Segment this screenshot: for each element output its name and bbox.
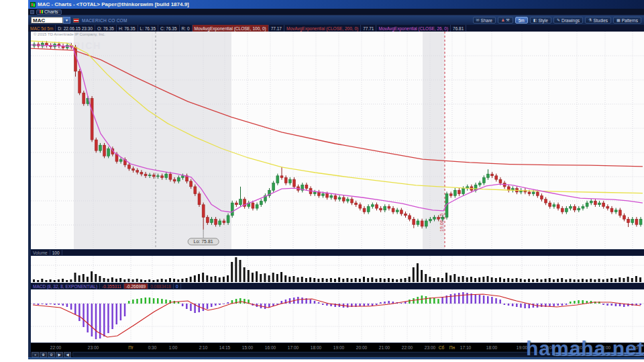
macd-label-strip: MACD (8, 32, 8, EXPONENTIAL)-0.355311-0.… [31,283,644,289]
time-axis-label: 2:10 [193,345,213,350]
time-axis-label: 20:00 [352,345,372,350]
cursor-button[interactable]: ▶ [56,352,63,357]
macd-strip-segment: -0.266989 [124,283,148,289]
time-axis-label: 17:00 [283,345,303,350]
price-chart[interactable]: © 2015 TD Ameritrade IP Company, Inc.MAC… [31,32,644,249]
app-icon [30,2,36,7]
chart-tab-icon [40,10,43,13]
time-axis-label: 17:10 [455,345,476,350]
style-icon: ◧ [533,18,537,22]
window-title-bar[interactable]: MAC - Charts - <TOTAL> Paper@thinkorswim… [28,0,644,9]
svg-text:© 2015 TD Ameritrade IP Compan: © 2015 TD Ameritrade IP Company, Inc. [34,32,105,36]
quote-strip-segment: MAC 5d 5m [28,25,56,32]
chart-toolbar: ▼ MACERICH CO COM ✉ Share ♟ ⚒ 5m ◧ Style… [28,15,644,25]
pan-button[interactable]: + [32,352,39,357]
macd-strip-segment: 0 [174,283,181,289]
pencil-icon: ✎ [557,18,560,22]
zoom-out-button[interactable]: ⊖ [48,352,55,357]
quote-strip-segment: MovAvgExponential (CLOSE, 200, 0) [284,25,361,32]
gadget-grid-icon[interactable] [30,10,34,14]
volume-chart[interactable] [31,256,644,283]
quote-strip-segment: MovAvgExponential (CLOSE, 100, 0) [193,25,269,32]
time-axis-label: 23:00 [83,345,103,350]
time-axis-label: 22:00 [46,345,66,350]
quote-strip-segment: 77.71 [361,25,376,32]
svg-text:19.06.15: 19.06.15 [439,214,444,232]
quote-strip-segment: 76.81 [451,25,466,32]
quote-strip-segment: MovAvgExponential (CLOSE, 26, 0) [376,25,451,32]
quote-strip-segment: O: 76.35 [95,25,117,32]
svg-text:Lo: 75.81: Lo: 75.81 [194,239,213,244]
company-name: MACERICH CO COM [82,18,127,23]
quote-strip-segment: 77.17 [269,25,284,32]
time-axis-label: 21:00 [374,345,394,350]
quote-study-strip: MAC 5d 5mD: 22.06.15 23:30O: 76.35H: 76.… [28,25,644,32]
style-button[interactable]: ◧ Style [530,17,551,24]
symbol-input[interactable] [31,17,63,24]
quote-strip-segment: D: 22.06.15 23:30 [56,25,95,32]
patterns-button[interactable]: ▦ Patterns [613,17,641,24]
interval-button[interactable]: 5m [515,17,528,24]
time-axis-label: 15:00 [237,345,258,350]
time-axis-label: 14:15 [215,345,235,350]
time-axis-label: 19:00 [329,345,349,350]
time-axis-label: 18:00 [482,345,502,350]
price-chart-panel[interactable]: © 2015 TD Ameritrade IP Company, Inc.MAC… [31,32,644,249]
exchange-flag-icon [73,18,79,23]
volume-label-strip: Volume 100 [31,249,644,256]
macd-strip-segment: MACD (8, 32, 8, EXPONENTIAL) [31,283,100,289]
time-axis-label: 16:00 [260,345,280,350]
volume-panel[interactable] [31,256,644,283]
zoom-in-button[interactable]: ⊕ [40,352,47,357]
macd-chart[interactable] [31,289,644,343]
tools-button[interactable]: ♟ ⚒ [498,17,513,24]
quote-strip-segment: L: 76.35 [138,25,159,32]
share-button[interactable]: ✉ Share [473,17,496,24]
envelope-icon: ✉ [476,18,480,22]
window-title: MAC - Charts - <TOTAL> Paper@thinkorswim… [38,1,189,7]
patterns-icon: ▦ [616,18,621,22]
quote-strip-segment: H: 76.35 [117,25,138,32]
quote-strip-segment: R: 0 [180,25,193,32]
flask-icon: ⚗ [588,18,592,22]
time-axis-day-label: Пт [121,345,141,350]
time-axis-label: 18:00 [306,345,326,350]
tab-charts[interactable]: Charts [36,9,62,15]
site-watermark: hamaha.net [526,337,644,360]
collapse-button[interactable]: ◀ [64,352,71,357]
person-icon: ♟ [501,18,504,22]
symbol-dropdown-button[interactable]: ▼ [63,17,70,24]
wrench-icon: ⚒ [506,18,509,22]
tab-row: Charts [28,9,644,15]
time-axis-label: 0:30 [142,345,162,350]
tab-charts-label: Charts [44,9,58,14]
volume-period-value: 100 [50,250,62,255]
macd-panel[interactable] [31,289,644,343]
chart-nav-buttons: +⊕⊖▶◀ [31,352,71,357]
time-axis-label: 22:00 [397,345,417,350]
macd-strip-segment: 0.0883418 [148,283,174,289]
volume-label: Volume [31,250,50,255]
studies-button[interactable]: ⚗ Studies [585,17,611,24]
drawings-button[interactable]: ✎ Drawings [553,17,583,24]
macd-strip-segment: -0.355311 [100,283,124,289]
time-axis-label: 1:00 [163,345,183,350]
quote-strip-segment: C: 76.35 [158,25,180,32]
